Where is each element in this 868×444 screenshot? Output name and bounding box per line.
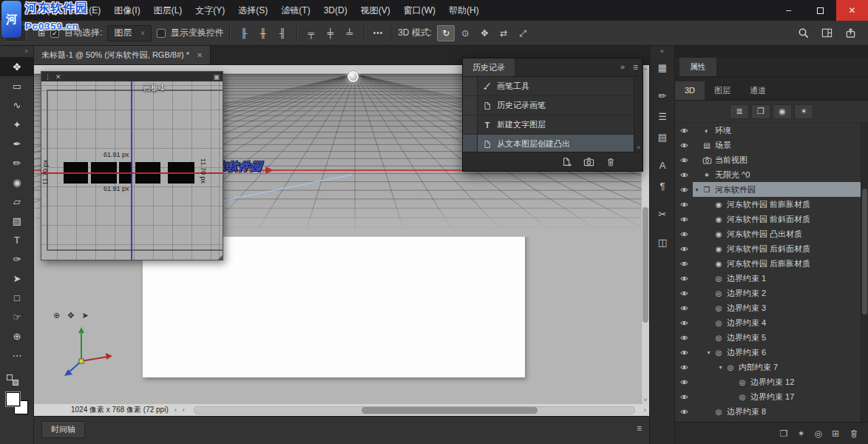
menu-item[interactable]: 滤镜(T) xyxy=(274,0,316,21)
scene-tree-row[interactable]: ◎边界约束 5 xyxy=(675,330,861,345)
secondary-view-body[interactable]: 画板 1 61.91 px 61.91 px 11.70 px 11.70 px… xyxy=(41,81,223,260)
orbit-gizmo-icon[interactable]: ⊕ xyxy=(53,311,60,320)
scroll-down-icon[interactable]: ˅ xyxy=(642,397,649,403)
new-light-icon[interactable]: ✶ xyxy=(797,428,804,439)
visibility-eye-icon[interactable] xyxy=(675,141,693,150)
close-tab-icon[interactable]: ✕ xyxy=(197,51,203,59)
swap-colors-icon[interactable] xyxy=(7,374,24,386)
pan-3d-camera-icon[interactable]: ✥ xyxy=(475,25,493,41)
move-tool[interactable]: ✥ xyxy=(0,57,34,76)
libraries-panel-icon[interactable]: ✂ xyxy=(650,204,675,224)
visibility-eye-icon[interactable] xyxy=(675,155,693,165)
close-icon[interactable]: ✕ xyxy=(55,73,61,81)
hand-tool[interactable]: ☞ xyxy=(0,307,34,326)
scroll-right-icon[interactable]: › xyxy=(644,406,646,414)
quick-selection-tool[interactable]: ✦ xyxy=(0,115,34,134)
expand-panels-icon[interactable]: « xyxy=(650,46,674,57)
horizontal-scroll-thumb[interactable] xyxy=(362,407,538,414)
clone-stamp-tool[interactable]: ◉ xyxy=(0,172,34,192)
scene-tree-row[interactable]: ✶无限光 ^0 xyxy=(675,167,861,182)
scene-tree-row[interactable]: ◉河东软件园 前斜面材质 xyxy=(675,212,861,226)
visibility-eye-icon[interactable] xyxy=(675,303,693,313)
type-tool[interactable]: T xyxy=(0,230,34,249)
scroll-left-icon[interactable]: ‹ xyxy=(183,406,185,414)
share-icon[interactable] xyxy=(845,27,856,38)
brush-panel-icon[interactable]: ✏ xyxy=(650,85,675,106)
menu-item[interactable]: 窗口(W) xyxy=(397,0,442,21)
filter-materials-icon[interactable]: ◉ xyxy=(773,104,792,119)
scene-tree-row[interactable]: ◉河东软件园 后斜面材质 xyxy=(675,241,861,256)
visibility-eye-icon[interactable] xyxy=(675,229,693,239)
character-panel-icon[interactable]: A xyxy=(650,155,675,175)
panel-menu-icon[interactable]: ≡ xyxy=(633,62,638,73)
visibility-eye-icon[interactable] xyxy=(675,348,693,357)
visibility-eye-icon[interactable] xyxy=(675,377,693,387)
menu-item[interactable]: 文件(F) xyxy=(22,0,64,21)
pen-tool[interactable]: ✑ xyxy=(0,249,34,269)
visibility-eye-icon[interactable] xyxy=(675,215,693,224)
new-snapshot-icon[interactable] xyxy=(583,156,594,167)
align-right-icon[interactable]: ╢ xyxy=(274,25,291,41)
scene-tree-row[interactable]: ◎边界约束 2 xyxy=(675,286,861,300)
more-align-options-button[interactable]: ••• xyxy=(370,27,387,38)
align-top-icon[interactable]: ╤ xyxy=(302,25,320,41)
secondary-view-header[interactable]: ⋮ ✕ ▣ xyxy=(41,72,223,81)
collapse-panel-icon[interactable]: » xyxy=(620,62,625,71)
brush-settings-panel-icon[interactable]: ☰ xyxy=(650,106,675,127)
shape-tool[interactable]: □ xyxy=(0,288,34,307)
history-state-row[interactable]: T新建文字图层 xyxy=(463,115,634,135)
maximize-button[interactable] xyxy=(804,0,836,21)
scene-tree-row[interactable]: ◎边界约束 3 xyxy=(675,300,861,315)
visibility-eye-icon[interactable] xyxy=(675,259,693,269)
pan-gizmo-icon[interactable]: ✥ xyxy=(67,311,74,320)
scene-tree-row[interactable]: ◎边界约束 8 xyxy=(675,404,861,419)
scene-tree-row[interactable]: ◎边界约束 17 xyxy=(675,389,861,404)
history-state-row[interactable]: 历史记录画笔 xyxy=(463,96,634,115)
menu-item[interactable]: 编辑(E) xyxy=(64,0,107,21)
current-tool-preset[interactable]: ✥ ▾ xyxy=(4,24,27,42)
cursor-gizmo-icon[interactable]: ➤ xyxy=(81,311,88,320)
tab-通道[interactable]: 通道 xyxy=(740,81,776,100)
scene-tree-row[interactable]: ◎边界约束 1 xyxy=(675,271,861,286)
delete-state-icon[interactable] xyxy=(606,157,616,167)
axis-tripod-widget[interactable] xyxy=(59,323,118,382)
filter-lights-icon[interactable]: ✶ xyxy=(794,104,813,119)
visibility-eye-icon[interactable] xyxy=(675,318,693,328)
history-brush-source-well[interactable] xyxy=(463,135,478,153)
tree-scroll-thumb[interactable] xyxy=(862,189,867,314)
eraser-tool[interactable]: ▱ xyxy=(0,192,34,211)
scene-tree-row[interactable]: ◉河东软件园 凸出材质 xyxy=(675,226,861,241)
visibility-eye-icon[interactable] xyxy=(675,200,693,209)
history-brush-source-well[interactable] xyxy=(463,115,478,134)
align-center-icon[interactable]: ╫ xyxy=(254,25,272,41)
horizontal-scrollbar[interactable] xyxy=(194,406,635,414)
visibility-eye-icon[interactable] xyxy=(675,185,693,195)
menu-item[interactable]: 文字(Y) xyxy=(189,0,231,21)
rotate-3d-camera-icon[interactable]: ↻ xyxy=(437,25,455,41)
vertical-scroll-thumb[interactable] xyxy=(642,207,648,323)
infinite-light-gizmo-icon[interactable] xyxy=(347,71,359,82)
path-selection-tool[interactable]: ➤ xyxy=(0,269,34,288)
visibility-eye-icon[interactable] xyxy=(675,407,693,417)
lasso-tool[interactable]: ∿ xyxy=(0,95,34,115)
scene-tree-row[interactable]: 当前视图 xyxy=(675,152,861,167)
scene-tree-row[interactable]: ▾◎边界约束 6 xyxy=(675,345,861,360)
align-left-icon[interactable]: ╟ xyxy=(235,25,253,41)
delete-icon[interactable] xyxy=(849,428,859,439)
filter-meshes-icon[interactable]: ❒ xyxy=(751,104,770,119)
auto-select-target-dropdown[interactable]: 图层 ˅ xyxy=(107,25,151,41)
menu-item[interactable]: 选择(S) xyxy=(231,0,274,21)
timeline-tab[interactable]: 时间轴 xyxy=(41,421,85,438)
document-tab[interactable]: 未标题-1 @ 50% (河东软件园, RGB/8#) * ✕ xyxy=(34,46,211,64)
foreground-color-swatch[interactable] xyxy=(6,392,20,406)
foreground-background-swatches[interactable] xyxy=(6,392,28,414)
collapse-toolbar-icon[interactable]: » xyxy=(0,46,33,57)
menu-item[interactable]: 视图(V) xyxy=(354,0,397,21)
marquee-tool[interactable]: ▭ xyxy=(0,76,34,95)
scene-tree-row[interactable]: ◉河东软件园 前膨胀材质 xyxy=(675,197,861,212)
slide-3d-camera-icon[interactable]: ⇄ xyxy=(495,25,512,41)
expander-icon[interactable]: ▾ xyxy=(716,364,725,371)
tree-scrollbar[interactable] xyxy=(861,123,868,422)
align-middle-icon[interactable]: ╪ xyxy=(322,25,339,41)
tab-图层[interactable]: 图层 xyxy=(705,81,740,100)
